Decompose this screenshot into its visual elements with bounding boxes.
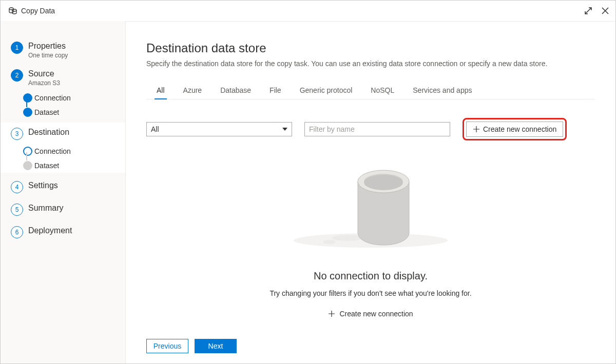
step-label: Properties xyxy=(28,42,68,51)
select-value: All xyxy=(151,125,159,133)
step-number-badge: 5 xyxy=(11,204,23,216)
step-properties[interactable]: 1 Properties One time copy xyxy=(1,36,125,64)
previous-button[interactable]: Previous xyxy=(146,339,188,353)
svg-point-7 xyxy=(364,175,403,190)
step-sublabel: Amazon S3 xyxy=(28,79,60,87)
tab-database[interactable]: Database xyxy=(218,82,253,99)
empty-state: No connection to display. Try changing y… xyxy=(146,140,595,332)
tab-services-and-apps[interactable]: Services and apps xyxy=(411,82,474,99)
empty-create-connection-link[interactable]: Create new connection xyxy=(328,310,413,318)
tab-file[interactable]: File xyxy=(267,82,283,99)
step-number-badge: 1 xyxy=(11,42,23,54)
database-empty-icon xyxy=(283,161,458,255)
step-number-badge: 4 xyxy=(11,181,23,193)
step-summary[interactable]: 5 Summary xyxy=(1,198,125,221)
type-filter-select[interactable]: All xyxy=(146,122,292,136)
step-destination[interactable]: 3 Destination xyxy=(1,123,125,145)
step-number-badge: 3 xyxy=(11,128,23,140)
substep-source-connection[interactable]: Connection xyxy=(23,91,125,105)
step-label: Summary xyxy=(28,204,63,213)
plus-icon xyxy=(328,310,335,317)
empty-description: Try changing your filters if you don't s… xyxy=(270,289,471,297)
wizard-footer: Previous Next xyxy=(146,332,595,353)
step-number-badge: 6 xyxy=(11,226,23,238)
tab-generic-protocol[interactable]: Generic protocol xyxy=(298,82,355,99)
window-header: Copy Data xyxy=(1,1,615,21)
chevron-down-icon xyxy=(282,128,287,131)
step-source[interactable]: 2 Source Amazon S3 xyxy=(1,64,125,92)
step-label: Deployment xyxy=(28,226,72,235)
step-settings[interactable]: 4 Settings xyxy=(1,176,125,198)
create-new-connection-button[interactable]: Create new connection xyxy=(466,122,563,137)
substep-destination-dataset[interactable]: Dataset xyxy=(23,158,125,173)
plus-icon xyxy=(473,126,480,133)
window-title: Copy Data xyxy=(21,7,55,15)
tab-azure[interactable]: Azure xyxy=(181,82,204,99)
substep-destination-connection[interactable]: Connection xyxy=(23,144,125,158)
main-panel: Destination data store Specify the desti… xyxy=(126,21,615,363)
wizard-sidebar: 1 Properties One time copy 2 Source Amaz… xyxy=(1,21,126,363)
category-tabs: All Azure Database File Generic protocol… xyxy=(146,82,595,99)
page-title: Destination data store xyxy=(146,41,595,55)
expand-icon[interactable] xyxy=(585,7,592,14)
svg-point-4 xyxy=(323,240,336,244)
tab-nosql[interactable]: NoSQL xyxy=(369,82,396,99)
svg-point-1 xyxy=(12,9,16,11)
step-sublabel: One time copy xyxy=(28,52,68,59)
empty-title: No connection to display. xyxy=(314,270,428,282)
step-label: Destination xyxy=(28,128,69,137)
step-label: Settings xyxy=(28,181,58,190)
tab-all[interactable]: All xyxy=(155,82,167,99)
name-filter-input[interactable] xyxy=(304,122,450,136)
step-label: Source xyxy=(28,69,60,78)
substep-source-dataset[interactable]: Dataset xyxy=(23,105,125,119)
step-deployment[interactable]: 6 Deployment xyxy=(1,221,125,244)
close-icon[interactable] xyxy=(601,7,609,15)
next-button[interactable]: Next xyxy=(195,339,237,353)
step-number-badge: 2 xyxy=(11,69,23,82)
page-description: Specify the destination data store for t… xyxy=(146,59,595,68)
annotation-highlight: Create new connection xyxy=(463,118,567,140)
copy-data-icon xyxy=(9,7,17,15)
